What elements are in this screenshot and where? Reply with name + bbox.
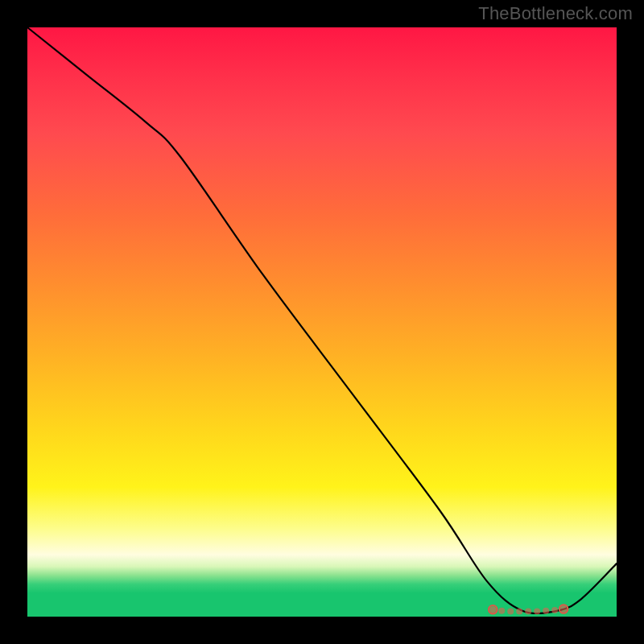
chart-container: TheBottleneck.com <box>0 0 644 644</box>
plot-area <box>27 27 617 617</box>
scatter-dot <box>498 608 505 614</box>
scatter-dot <box>543 608 549 614</box>
overlay-svg <box>27 27 617 617</box>
scatter-dot <box>534 608 540 614</box>
scatter-group <box>489 605 568 614</box>
scatter-dot <box>507 608 514 614</box>
bottleneck-curve <box>27 27 617 613</box>
watermark-text: TheBottleneck.com <box>478 3 633 24</box>
scatter-dot <box>489 606 496 613</box>
scatter-dot <box>560 605 567 612</box>
scatter-dot <box>516 608 522 614</box>
scatter-dot <box>525 608 531 614</box>
scatter-dot <box>551 607 558 613</box>
